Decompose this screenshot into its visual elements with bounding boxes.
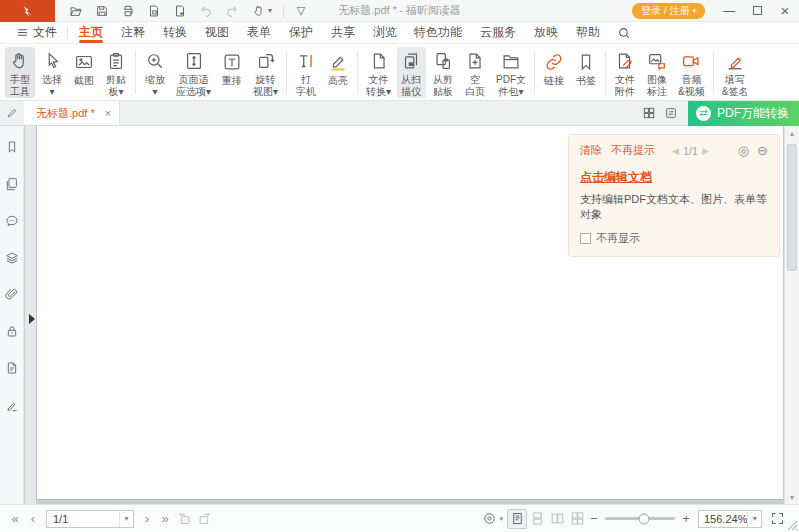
ribbon-snapshot[interactable]: 截图: [69, 47, 99, 98]
login-register-button[interactable]: 登录 / 注册 ▾: [632, 3, 705, 19]
file-menu[interactable]: 文件: [8, 22, 65, 43]
tab-share[interactable]: 共享: [322, 22, 364, 43]
edit-document-link[interactable]: 点击编辑文档: [580, 169, 652, 186]
clear-link[interactable]: 清除: [580, 143, 602, 158]
ribbon-file-convert[interactable]: 文件 转换▾: [362, 47, 395, 98]
security-icon[interactable]: [3, 322, 21, 340]
pages-icon[interactable]: [3, 175, 21, 193]
facing-page-icon[interactable]: [547, 509, 567, 529]
layers-icon[interactable]: [3, 249, 21, 266]
attachments-icon[interactable]: [3, 285, 21, 303]
zoom-in-button[interactable]: +: [679, 511, 693, 526]
tab-comment[interactable]: 注释: [112, 22, 154, 43]
tab-view[interactable]: 视图: [196, 22, 238, 43]
resize-grip[interactable]: [787, 520, 798, 531]
search-icon[interactable]: [609, 22, 639, 43]
panel-expand-handle[interactable]: [29, 314, 35, 324]
tab-close-icon[interactable]: ×: [105, 107, 111, 119]
tab-form[interactable]: 表单: [238, 22, 280, 43]
document-icon[interactable]: [141, 1, 167, 21]
hand-tool-icon[interactable]: ▾: [245, 1, 279, 21]
tab-features[interactable]: 特色功能: [405, 22, 471, 43]
tab-cloud[interactable]: 云服务: [471, 22, 525, 43]
tab-home[interactable]: 主页: [70, 22, 112, 43]
foxit-logo[interactable]: [0, 0, 55, 22]
zoom-out-button[interactable]: −: [587, 511, 601, 526]
tab-browse[interactable]: 浏览: [364, 22, 405, 43]
last-page-button[interactable]: »: [156, 511, 174, 526]
ribbon-hand-tool[interactable]: 手型 工具: [5, 47, 35, 98]
caret-down-icon[interactable]: ▾: [499, 515, 503, 523]
facing-continuous-icon[interactable]: [567, 509, 587, 529]
previous-view-icon[interactable]: [174, 509, 194, 529]
ribbon-zoom[interactable]: 缩放 ▾: [140, 47, 170, 98]
pdf-convert-button[interactable]: ⇄ PDF万能转换: [688, 101, 799, 126]
ribbon-file-attachment[interactable]: 文件 附件: [610, 47, 640, 98]
ribbon-highlight[interactable]: 高亮: [323, 47, 353, 98]
typewriter-icon: [295, 49, 317, 73]
ribbon-fit-page[interactable]: 页面适 应选项▾: [172, 47, 215, 98]
zoom-slider[interactable]: [605, 517, 675, 520]
ribbon-link[interactable]: 链接: [539, 47, 569, 98]
zoom-level-input[interactable]: 156.24% ▾: [698, 510, 762, 528]
ribbon-from-clipboard[interactable]: 从剪 贴板: [428, 47, 458, 98]
ribbon-pdf-portfolio[interactable]: PDF文 件包▾: [492, 47, 530, 98]
maximize-button[interactable]: [743, 0, 771, 22]
scrollbar-thumb[interactable]: [787, 144, 797, 271]
next-view-icon[interactable]: [194, 509, 214, 529]
dont-show-checkbox[interactable]: 不再显示: [580, 231, 768, 246]
open-file-icon[interactable]: [63, 1, 89, 21]
print-icon[interactable]: [115, 1, 141, 21]
notice-settings-icon[interactable]: ◎: [738, 143, 749, 158]
ribbon-clipboard[interactable]: 剪贴 板▾: [101, 47, 131, 98]
undo-icon[interactable]: [193, 1, 219, 21]
pan-mode-icon[interactable]: [479, 509, 499, 529]
first-page-button[interactable]: «: [6, 511, 24, 526]
tab-convert[interactable]: 转换: [154, 22, 196, 43]
comments-icon[interactable]: [3, 212, 21, 230]
form-fields-icon[interactable]: [3, 359, 21, 377]
toolbar-chevron-icon[interactable]: ▽: [288, 1, 314, 21]
ribbon-image-annotation[interactable]: 图像 标注: [642, 47, 672, 98]
ribbon-from-scanner[interactable]: 从扫 描仪: [397, 47, 426, 98]
pager-prev-icon[interactable]: ◀: [672, 146, 679, 156]
ribbon-reflow[interactable]: 重排: [217, 47, 247, 98]
minimize-button[interactable]: —: [715, 0, 743, 22]
add-document-icon[interactable]: [167, 1, 193, 21]
ribbon-bookmark[interactable]: 书签: [571, 47, 601, 98]
save-icon[interactable]: [89, 1, 115, 21]
fullscreen-icon[interactable]: [767, 509, 787, 529]
dont-remind-link[interactable]: 不再提示: [611, 143, 655, 158]
tab-protect[interactable]: 保护: [280, 22, 322, 43]
signature-icon[interactable]: [3, 396, 21, 414]
edit-pencil-icon[interactable]: [0, 101, 24, 125]
grid-view-icon[interactable]: [638, 102, 660, 124]
checkbox-icon[interactable]: [580, 233, 591, 244]
tab-slideshow[interactable]: 放映: [525, 22, 567, 43]
ribbon-typewriter[interactable]: 打 字机: [291, 47, 321, 98]
tab-help[interactable]: 帮助: [567, 22, 609, 43]
next-page-button[interactable]: ›: [138, 511, 156, 526]
ribbon-fill-sign[interactable]: 填写 &签名: [718, 47, 753, 98]
document-tab[interactable]: 无标题.pdf * ×: [24, 101, 120, 125]
close-button[interactable]: ×: [771, 0, 799, 22]
vertical-scrollbar[interactable]: ▲ ▼: [784, 126, 799, 504]
ribbon-blank-page[interactable]: 空 白页: [460, 47, 490, 98]
single-page-icon[interactable]: [507, 509, 527, 529]
notice-collapse-icon[interactable]: ⊖: [757, 143, 768, 158]
prev-page-button[interactable]: ‹: [24, 511, 42, 526]
continuous-page-icon[interactable]: [527, 509, 547, 529]
caret-down-icon[interactable]: ▾: [119, 511, 133, 527]
page-number-input[interactable]: 1/1 ▾: [46, 510, 134, 528]
scroll-down-icon[interactable]: ▼: [785, 490, 799, 504]
pager-next-icon[interactable]: ▶: [702, 146, 709, 156]
ribbon-rotate-view[interactable]: 旋转 视图▾: [249, 47, 282, 98]
switch-window-icon[interactable]: [660, 102, 682, 124]
ribbon-audio-video[interactable]: 音频 &视频: [674, 47, 709, 98]
zoom-slider-handle[interactable]: [638, 513, 649, 524]
ribbon-select[interactable]: 选择 ▾: [37, 47, 67, 98]
redo-icon[interactable]: [219, 1, 245, 21]
bookmarks-icon[interactable]: [3, 138, 21, 156]
scroll-up-icon[interactable]: ▲: [785, 126, 799, 140]
caret-down-icon[interactable]: ▾: [747, 511, 761, 527]
